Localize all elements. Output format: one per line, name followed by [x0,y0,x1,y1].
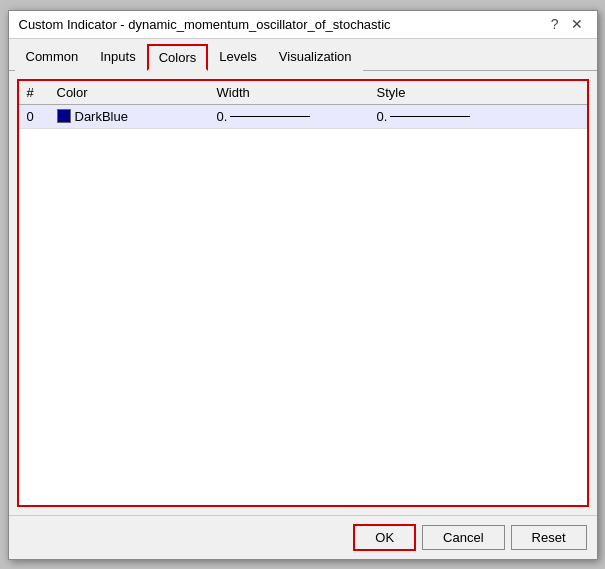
color-name: DarkBlue [75,109,128,124]
col-header-index: # [23,83,53,102]
tab-content: # Color Width Style 0 DarkBlue 0. [9,71,597,515]
width-value: 0. [217,109,311,124]
cell-style: 0. [373,107,533,126]
colors-table: # Color Width Style 0 DarkBlue 0. [17,79,589,507]
line-sample [230,116,310,117]
dialog-title: Custom Indicator - dynamic_momentum_osci… [19,17,391,32]
dialog: Custom Indicator - dynamic_momentum_osci… [8,10,598,560]
cell-width: 0. [213,107,373,126]
tab-visualization[interactable]: Visualization [268,44,363,71]
table-header: # Color Width Style [19,81,587,105]
tab-bar: Common Inputs Colors Levels Visualizatio… [9,39,597,71]
title-bar: Custom Indicator - dynamic_momentum_osci… [9,11,597,39]
cell-color: DarkBlue [53,107,213,126]
tab-inputs[interactable]: Inputs [89,44,146,71]
style-line-sample [390,116,470,117]
tab-levels[interactable]: Levels [208,44,268,71]
style-value: 0. [377,109,471,124]
help-button[interactable]: ? [547,17,563,31]
col-header-color: Color [53,83,213,102]
reset-button[interactable]: Reset [511,525,587,550]
footer: OK Cancel Reset [9,515,597,559]
tab-colors[interactable]: Colors [147,44,209,71]
tab-common[interactable]: Common [15,44,90,71]
col-header-style: Style [373,83,533,102]
title-bar-controls: ? ✕ [547,17,587,31]
close-button[interactable]: ✕ [567,17,587,31]
col-header-width: Width [213,83,373,102]
cancel-button[interactable]: Cancel [422,525,504,550]
cell-index: 0 [23,107,53,126]
ok-button[interactable]: OK [353,524,416,551]
table-row[interactable]: 0 DarkBlue 0. 0. [19,105,587,129]
color-swatch [57,109,71,123]
